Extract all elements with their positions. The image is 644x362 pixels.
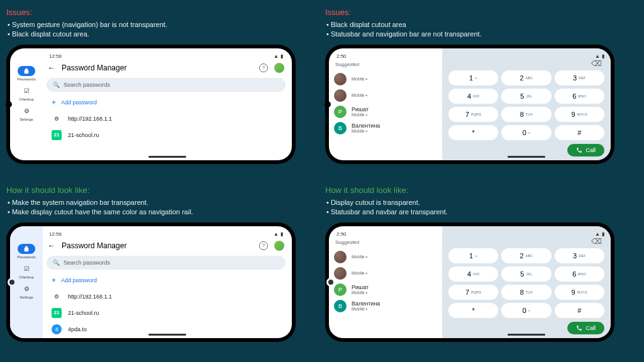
phone-mockup: Passwords ☑Checkup ⚙Settings 12:58▲▮ ← P… xyxy=(6,45,296,164)
keypad-pane: ▲▮ ⌫ 1∞ 2ABC 3DEF 4GHI 5JKL 6MNO 7PQRS 8… xyxy=(442,226,611,338)
battery-icon: ▮ xyxy=(602,53,604,59)
list-item[interactable]: ⚙http://192.168.1.1 xyxy=(47,111,286,127)
list-item[interactable]: ⚙http://192.168.1.1 xyxy=(47,288,286,305)
list-item[interactable]: Mobile • xyxy=(334,249,437,265)
good-heading: How it should look like xyxy=(325,185,406,195)
key-6[interactable]: 6MNO xyxy=(555,89,604,104)
router-icon: ⚙ xyxy=(52,292,62,302)
call-button[interactable]: Call xyxy=(567,144,604,156)
phone-mockup: 2:50 Suggested Mobile • Mobile • PРишатM… xyxy=(325,45,614,164)
key-hash[interactable]: # xyxy=(555,125,604,140)
key-4[interactable]: 4GHI xyxy=(448,89,498,104)
key-3[interactable]: 3DEF xyxy=(555,248,604,263)
gesture-bar xyxy=(148,156,186,158)
avatar[interactable] xyxy=(274,63,284,73)
wifi-icon: ▲ xyxy=(274,53,279,59)
key-6[interactable]: 6MNO xyxy=(555,266,604,282)
site-icon: 4 xyxy=(52,324,62,334)
quadrant-good-pwd: How it should look like: • Make the syst… xyxy=(6,184,319,356)
key-5[interactable]: 5JKL xyxy=(501,89,551,104)
add-password-button[interactable]: +Add password xyxy=(47,94,286,111)
help-icon[interactable]: ? xyxy=(259,241,268,250)
battery-icon: ▮ xyxy=(602,231,604,237)
clock: 2:50 xyxy=(336,53,347,59)
key-hash[interactable]: # xyxy=(555,303,604,318)
key-1[interactable]: 1∞ xyxy=(448,70,498,85)
key-9[interactable]: 9WXYZ xyxy=(555,285,604,300)
back-button[interactable]: ← xyxy=(48,241,55,250)
status-bar: 2:50 xyxy=(334,52,437,60)
issues-heading: Issues xyxy=(6,8,30,17)
quadrant-issues-dialer: Issues: • Black displat cutout area • St… xyxy=(325,6,638,178)
key-2[interactable]: 2ABC xyxy=(501,70,551,85)
clock: 2:50 xyxy=(336,231,347,237)
keypad: 1∞ 2ABC 3DEF 4GHI 5JKL 6MNO 7PQRS 8TUV 9… xyxy=(448,70,604,140)
key-1[interactable]: 1∞ xyxy=(448,248,498,263)
rail-checkup[interactable]: ☑Checkup xyxy=(18,86,35,101)
rail-settings[interactable]: ⚙Settings xyxy=(18,106,35,121)
key-8[interactable]: 8TUV xyxy=(501,285,551,300)
camera-cutout xyxy=(8,278,16,287)
add-password-button[interactable]: +Add password xyxy=(47,272,286,288)
key-5[interactable]: 5JKL xyxy=(501,266,551,282)
key-star[interactable]: * xyxy=(448,125,498,140)
avatar xyxy=(334,267,347,280)
page-title: Password Manager xyxy=(62,241,253,250)
backspace-icon[interactable]: ⌫ xyxy=(591,59,602,68)
site-icon: 21 xyxy=(52,308,62,318)
main-content: 12:58▲▮ ← Password Manager ? 🔍Search pas… xyxy=(43,48,292,160)
backspace-icon[interactable]: ⌫ xyxy=(591,237,602,246)
phone-icon xyxy=(576,147,582,153)
issues-bullets: • System gesture (navigation) bar is not… xyxy=(8,20,319,40)
key-2[interactable]: 2ABC xyxy=(501,248,551,263)
good-bullets: • Display cutout is transparent. • Statu… xyxy=(326,198,638,217)
key-8[interactable]: 8TUV xyxy=(501,107,551,122)
key-0[interactable]: 0+ xyxy=(501,125,551,140)
quadrant-issues-pwd: Issues: • System gesture (navigation) ba… xyxy=(6,6,319,178)
rail-settings[interactable]: ⚙Settings xyxy=(18,284,35,299)
nav-rail: Passwords ☑Checkup ⚙Settings xyxy=(10,48,43,160)
list-item[interactable]: Mobile • xyxy=(334,265,437,282)
gesture-bar xyxy=(508,334,545,336)
back-button[interactable]: ← xyxy=(48,63,55,72)
key-star[interactable]: * xyxy=(448,303,498,318)
list-item[interactable]: ВВалентинаMobile • xyxy=(334,120,437,136)
contacts-pane: 2:50 Suggested Mobile • Mobile • PРишатM… xyxy=(329,226,442,338)
list-item[interactable]: 2121-school.ru xyxy=(47,305,286,321)
avatar xyxy=(334,251,347,263)
key-3[interactable]: 3DEF xyxy=(555,70,604,85)
good-heading: How it should look like xyxy=(6,185,87,195)
search-icon: 🔍 xyxy=(53,260,60,266)
avatar: P xyxy=(334,283,347,296)
rail-checkup[interactable]: ☑Checkup xyxy=(18,264,35,279)
key-0[interactable]: 0+ xyxy=(501,303,551,318)
gesture-bar xyxy=(148,334,186,336)
list-item[interactable]: PРишатMobile • xyxy=(334,282,437,298)
rail-passwords[interactable]: Passwords xyxy=(17,66,35,81)
key-7[interactable]: 7PQRS xyxy=(448,107,498,122)
main-content: 12:58▲▮ ← Password Manager ? 🔍Search pas… xyxy=(43,226,292,338)
phone-icon xyxy=(576,325,582,331)
list-item[interactable]: Mobile • xyxy=(334,87,437,104)
list-item[interactable]: ВВалентинаMobile • xyxy=(334,298,437,314)
list-item[interactable]: 2121-school.ru xyxy=(47,127,286,143)
call-button[interactable]: Call xyxy=(567,322,604,334)
good-bullets: • Make the system navigation bar transpa… xyxy=(8,198,319,217)
status-bar: 12:58▲▮ xyxy=(47,52,286,60)
search-input[interactable]: 🔍Search passwords xyxy=(47,78,286,92)
key-9[interactable]: 9WXYZ xyxy=(555,107,604,122)
search-input[interactable]: 🔍Search passwords xyxy=(47,256,286,270)
rail-passwords[interactable]: Passwords xyxy=(17,244,35,259)
list-item[interactable]: Mobile • xyxy=(334,71,437,87)
key-7[interactable]: 7PQRS xyxy=(448,285,498,300)
avatar: P xyxy=(334,106,347,118)
key-4[interactable]: 4GHI xyxy=(448,266,498,282)
list-item[interactable]: PРишатMobile • xyxy=(334,104,437,120)
camera-cutout xyxy=(326,278,335,287)
plus-icon: + xyxy=(52,98,56,107)
battery-icon: ▮ xyxy=(280,53,283,59)
help-icon[interactable]: ? xyxy=(259,63,268,72)
avatar[interactable] xyxy=(274,241,284,251)
plus-icon: + xyxy=(52,276,56,285)
battery-icon: ▮ xyxy=(280,231,283,237)
